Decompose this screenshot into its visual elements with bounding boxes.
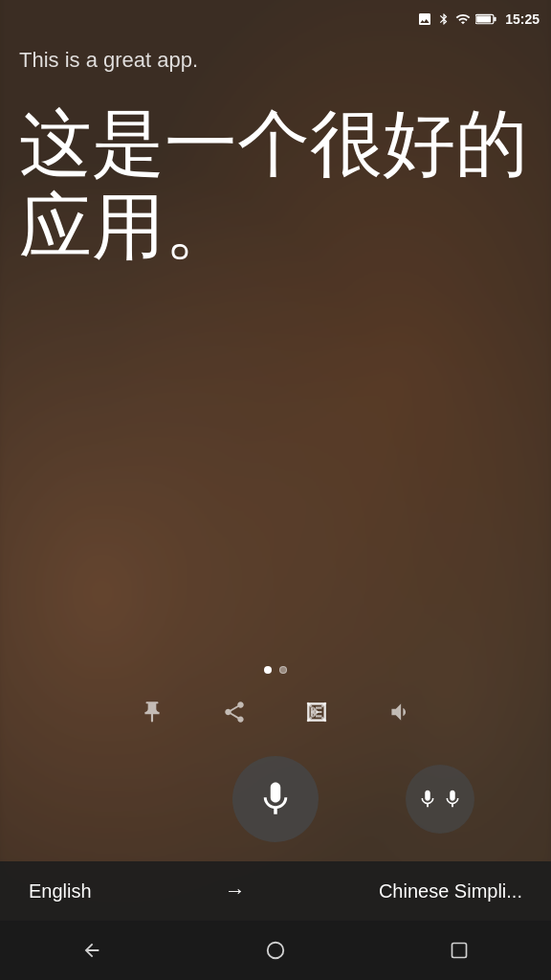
microphone-right-icon [442, 789, 463, 810]
volume-button[interactable] [382, 695, 416, 729]
recents-button[interactable] [430, 931, 488, 969]
source-language[interactable]: English [29, 880, 92, 902]
expand-icon [304, 700, 329, 724]
status-icons: 15:25 [417, 11, 540, 27]
status-bar: 15:25 [0, 0, 551, 38]
mic-area [0, 741, 551, 861]
nav-bar [0, 921, 551, 980]
mic-dual-button[interactable] [406, 765, 474, 834]
translated-text: 这是一个很好的应用。 [19, 92, 532, 657]
pagination-dots [0, 657, 551, 683]
mic-main-button[interactable] [232, 756, 319, 842]
home-icon [265, 940, 286, 961]
back-icon [81, 940, 102, 961]
svg-rect-1 [476, 15, 491, 22]
volume-icon [386, 700, 411, 724]
dot-inactive [279, 666, 287, 674]
microphone-icon [255, 779, 296, 819]
bluetooth-icon [437, 11, 451, 27]
signal-icon [455, 11, 471, 27]
battery-icon [475, 12, 496, 26]
home-button[interactable] [247, 931, 304, 969]
microphone-left-icon [417, 789, 438, 810]
status-time: 15:25 [505, 11, 540, 27]
recents-icon [450, 941, 469, 960]
svg-rect-4 [452, 944, 467, 958]
dot-active [264, 666, 272, 674]
pin-button[interactable] [135, 695, 169, 729]
photo-icon [417, 11, 432, 27]
main-area: This is a great app. 这是一个很好的应用。 [0, 38, 551, 657]
share-button[interactable] [217, 695, 252, 729]
language-arrow: → [225, 879, 246, 903]
svg-rect-2 [494, 17, 496, 22]
language-bar: English → Chinese Simpli... [0, 861, 551, 921]
action-bar [0, 683, 551, 741]
svg-point-3 [268, 943, 284, 959]
share-icon [222, 700, 247, 724]
expand-button[interactable] [299, 695, 334, 729]
back-button[interactable] [63, 931, 121, 969]
target-language[interactable]: Chinese Simpli... [379, 880, 522, 902]
pin-icon [140, 700, 165, 724]
source-text: This is a great app. [19, 48, 532, 73]
